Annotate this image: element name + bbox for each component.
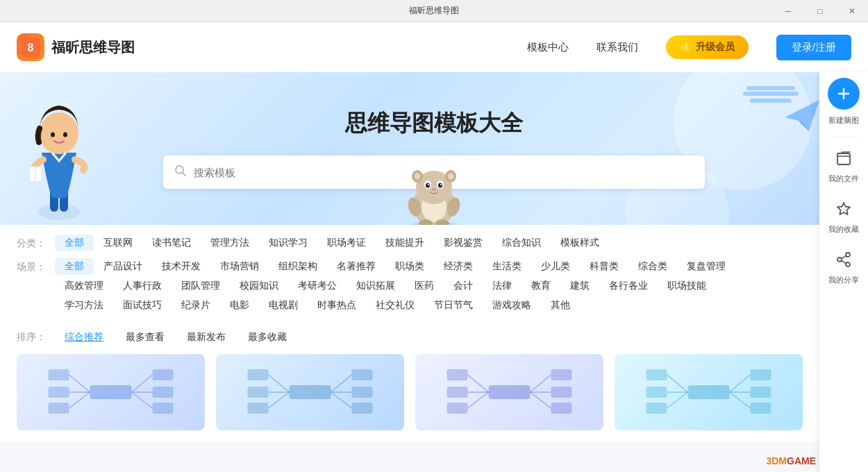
category-tag-读书笔记[interactable]: 读书笔记	[142, 235, 201, 251]
svg-point-12	[63, 133, 67, 137]
scene-tags-wrap: 全部产品设计技术开发市场营销组织架构名著推荐职场类经济类生活类少儿类科普类综合类…	[55, 258, 735, 314]
scene-tags-row3: 学习方法面试技巧纪录片电影电视剧时事热点社交礼仪节日节气游戏攻略其他	[55, 297, 735, 314]
nav-contact[interactable]: 联系我们	[596, 41, 638, 54]
svg-rect-72	[551, 403, 572, 414]
sidebar-item-files[interactable]: 我的文件	[819, 143, 868, 191]
scene-tag-其他[interactable]: 其他	[541, 297, 580, 314]
scene-tag-复盘管理[interactable]: 复盘管理	[677, 258, 735, 275]
scene-tag-生活类[interactable]: 生活类	[483, 258, 531, 275]
svg-point-26	[415, 173, 420, 180]
svg-rect-3	[750, 99, 792, 103]
scene-tag-综合类[interactable]: 综合类	[628, 258, 677, 275]
sort-tag-综合推荐[interactable]: 综合推荐	[55, 329, 113, 346]
sort-tag-最多收藏[interactable]: 最多收藏	[238, 329, 297, 346]
svg-point-90	[837, 258, 842, 262]
scene-tag-组织架构[interactable]: 组织架构	[269, 258, 327, 275]
svg-line-61	[468, 375, 489, 392]
shares-icon	[835, 251, 852, 272]
scene-tag-职场技能[interactable]: 职场技能	[658, 278, 716, 294]
scene-tag-名著推荐[interactable]: 名著推荐	[327, 258, 385, 275]
svg-line-39	[69, 392, 90, 408]
create-new-button[interactable]	[828, 78, 860, 110]
minimize-button[interactable]: ─	[772, 0, 804, 22]
category-tag-全部[interactable]: 全部	[55, 235, 94, 251]
scene-tag-会计[interactable]: 会计	[444, 278, 483, 294]
sidebar-item-favorites[interactable]: 我的收藏	[819, 194, 868, 242]
scene-tag-各行各业[interactable]: 各行各业	[599, 278, 658, 294]
svg-rect-38	[49, 387, 69, 398]
svg-rect-34	[90, 385, 132, 399]
upgrade-button[interactable]: ⭐ 升级会员	[666, 35, 749, 59]
svg-point-27	[448, 173, 453, 180]
svg-rect-73	[688, 385, 730, 399]
template-card-3[interactable]	[415, 354, 603, 430]
svg-point-11	[51, 133, 55, 137]
category-tag-知识学习[interactable]: 知识学习	[259, 235, 317, 251]
login-button[interactable]: 登录/注册	[776, 35, 851, 60]
filter-section: 分类： 全部互联网读书笔记管理方法知识学习职场考证技能提升影视鉴赏综合知识模板样…	[17, 225, 803, 323]
nav-templates[interactable]: 模板中心	[527, 41, 569, 54]
category-tag-影视鉴赏[interactable]: 影视鉴赏	[434, 235, 492, 251]
svg-rect-60	[489, 385, 531, 399]
svg-line-65	[468, 392, 489, 408]
svg-line-48	[269, 375, 290, 392]
svg-line-84	[730, 392, 751, 408]
category-tag-技能提升[interactable]: 技能提升	[376, 235, 434, 251]
template-card-4[interactable]	[615, 354, 803, 430]
svg-line-45	[132, 392, 153, 408]
scene-tag-建筑[interactable]: 建筑	[560, 278, 599, 294]
svg-point-10	[40, 112, 78, 154]
svg-line-92	[842, 255, 846, 258]
scene-tag-节日节气[interactable]: 节日节气	[424, 297, 483, 314]
scene-tag-知识拓展[interactable]: 知识拓展	[347, 278, 405, 294]
maximize-button[interactable]: □	[804, 0, 836, 22]
favorites-icon	[835, 201, 852, 221]
shares-label: 我的分享	[828, 275, 859, 285]
scene-tag-时事热点[interactable]: 时事热点	[308, 297, 366, 314]
category-tag-综合知识[interactable]: 综合知识	[492, 235, 551, 251]
close-button[interactable]: ✕	[836, 0, 868, 22]
scene-tag-校园知识[interactable]: 校园知识	[230, 278, 288, 294]
svg-rect-66	[447, 403, 468, 414]
template-card-1[interactable]	[17, 354, 205, 430]
category-tag-职场考证[interactable]: 职场考证	[317, 235, 376, 251]
scene-tag-技术开发[interactable]: 技术开发	[152, 258, 210, 275]
scene-tag-医药[interactable]: 医药	[405, 278, 444, 294]
scene-tag-人事行政[interactable]: 人事行政	[113, 278, 172, 294]
scene-tag-面试技巧[interactable]: 面试技巧	[113, 297, 172, 314]
svg-rect-42	[153, 369, 174, 380]
scene-tag-纪录片[interactable]: 纪录片	[172, 297, 220, 314]
scene-tag-团队管理[interactable]: 团队管理	[172, 278, 230, 294]
scene-tag-经济类[interactable]: 经济类	[434, 258, 483, 275]
scene-tag-电影[interactable]: 电影	[220, 297, 259, 314]
files-label: 我的文件	[828, 174, 859, 184]
scene-tag-游戏攻略[interactable]: 游戏攻略	[483, 297, 541, 314]
scene-tag-高效管理[interactable]: 高效管理	[55, 278, 113, 294]
scene-tag-法律[interactable]: 法律	[483, 278, 521, 294]
svg-rect-68	[551, 369, 572, 380]
sidebar-item-shares[interactable]: 我的分享	[819, 244, 868, 292]
scene-tag-科普类[interactable]: 科普类	[580, 258, 628, 275]
logo-text: 福昕思维导图	[51, 38, 135, 57]
category-tag-管理方法[interactable]: 管理方法	[201, 235, 259, 251]
svg-point-20	[438, 183, 442, 188]
nav-links: 模板中心 联系我们 ⭐ 升级会员 登录/注册	[527, 35, 851, 60]
sort-tag-最多查看[interactable]: 最多查看	[116, 329, 174, 346]
category-tag-模板样式[interactable]: 模板样式	[551, 235, 609, 251]
scene-tag-学习方法[interactable]: 学习方法	[55, 297, 113, 314]
svg-rect-4	[746, 86, 795, 90]
sort-tag-最新发布[interactable]: 最新发布	[177, 329, 235, 346]
scene-tag-教育[interactable]: 教育	[521, 278, 560, 294]
scene-tag-市场营销[interactable]: 市场营销	[210, 258, 269, 275]
category-tag-互联网[interactable]: 互联网	[94, 235, 142, 251]
scene-tag-少儿类[interactable]: 少儿类	[531, 258, 580, 275]
scene-tag-考研考公[interactable]: 考研考公	[288, 278, 347, 294]
svg-rect-49	[248, 369, 269, 380]
template-card-2[interactable]	[216, 354, 404, 430]
scene-tag-全部[interactable]: 全部	[55, 258, 94, 275]
scene-tag-电视剧[interactable]: 电视剧	[259, 297, 308, 314]
scene-tag-社交礼仪[interactable]: 社交礼仪	[366, 297, 424, 314]
svg-line-58	[331, 392, 352, 408]
scene-tag-产品设计[interactable]: 产品设计	[94, 258, 152, 275]
scene-tag-职场类[interactable]: 职场类	[385, 258, 434, 275]
